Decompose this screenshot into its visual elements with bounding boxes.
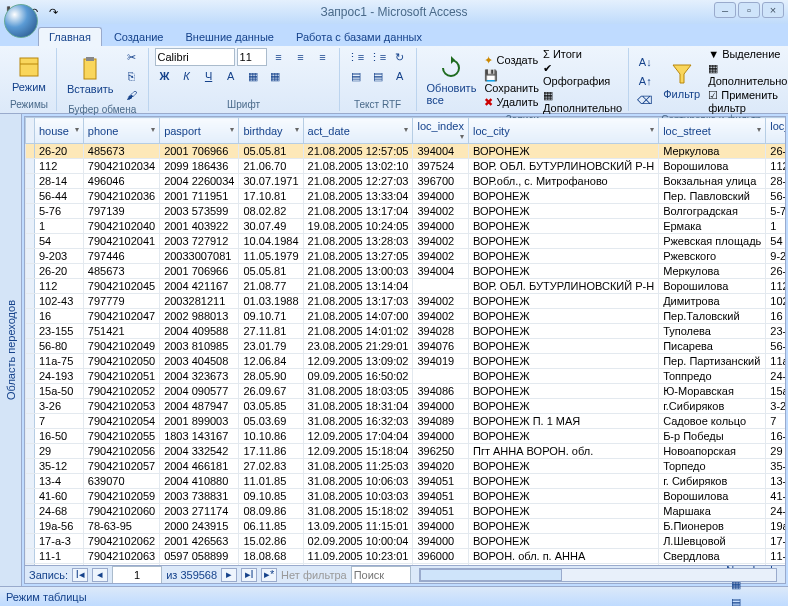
cell[interactable]: 56-80 bbox=[35, 339, 84, 354]
cell[interactable]: 21.08.2005 14:01:02 bbox=[303, 324, 413, 339]
cell[interactable]: 01.03.1988 bbox=[239, 294, 303, 309]
font-size-combo[interactable] bbox=[237, 48, 267, 66]
cell[interactable]: 31.08.2005 11:25:03 bbox=[303, 459, 413, 474]
nav-prev-icon[interactable]: ◂ bbox=[92, 568, 108, 582]
cell[interactable]: 112 bbox=[35, 159, 84, 174]
cell[interactable]: 19а-56 bbox=[35, 519, 84, 534]
cell[interactable]: 2004 466181 bbox=[160, 459, 239, 474]
cell[interactable]: 2001 403922 bbox=[160, 219, 239, 234]
cell[interactable]: 17-а-3 bbox=[766, 534, 785, 549]
table-row[interactable]: 11-1790421020630597 05889918.08.6811.09.… bbox=[26, 549, 786, 564]
cell[interactable]: 17.11.86 bbox=[239, 444, 303, 459]
nav-next-icon[interactable]: ▸ bbox=[221, 568, 237, 582]
minimize-button[interactable]: – bbox=[714, 2, 736, 18]
cell[interactable]: 394028 bbox=[413, 324, 468, 339]
cell[interactable]: ВОРОНЕЖ bbox=[468, 339, 658, 354]
cell[interactable]: 35-12 bbox=[35, 459, 84, 474]
table-row[interactable]: 7790421020542001 89900305.03.6931.08.200… bbox=[26, 414, 786, 429]
cell[interactable]: 21.08.2005 13:17:03 bbox=[303, 294, 413, 309]
cell[interactable]: 21.08.2005 13:02:10 bbox=[303, 159, 413, 174]
table-row[interactable]: 3-26790421020532004 48794703.05.8531.08.… bbox=[26, 399, 786, 414]
cell[interactable]: 28-14 bbox=[766, 174, 785, 189]
cell[interactable]: Торпедо bbox=[659, 459, 766, 474]
view-button[interactable]: Режим bbox=[8, 53, 50, 95]
cell[interactable]: 394000 bbox=[413, 534, 468, 549]
cell[interactable]: ВОР.обл., с. Митрофаново bbox=[468, 174, 658, 189]
cell[interactable]: 05.03.69 bbox=[239, 414, 303, 429]
column-header-loc_house[interactable]: loc_house▾ bbox=[766, 118, 785, 144]
cell[interactable]: Б-р Победы bbox=[659, 429, 766, 444]
cell[interactable]: 397524 bbox=[413, 159, 468, 174]
cell[interactable]: Волгоградская bbox=[659, 204, 766, 219]
cell[interactable]: 394000 bbox=[413, 219, 468, 234]
cell[interactable]: г.Сибиряков bbox=[659, 399, 766, 414]
cell[interactable]: 2004 409588 bbox=[160, 324, 239, 339]
table-row[interactable]: 112790421020452004 42116721.08.7721.08.2… bbox=[26, 279, 786, 294]
selection-filter-button[interactable]: ▼ Выделение bbox=[708, 48, 787, 60]
table-row[interactable]: 28-144960462004 226003430.07.197121.08.2… bbox=[26, 174, 786, 189]
cell[interactable]: 394051 bbox=[413, 489, 468, 504]
cell[interactable]: ВОРОНЕЖ bbox=[468, 429, 658, 444]
sort-desc-icon[interactable]: A↑ bbox=[635, 72, 655, 90]
cell[interactable]: ВОРОНЕЖ bbox=[468, 459, 658, 474]
cell[interactable]: 26-20 bbox=[766, 144, 785, 159]
cell[interactable]: Садовое кольцо bbox=[659, 414, 766, 429]
cell[interactable]: Маршака bbox=[659, 504, 766, 519]
cell[interactable]: 2003 271174 bbox=[160, 504, 239, 519]
cell[interactable]: 79042102053 bbox=[83, 399, 159, 414]
cell[interactable]: 2001 706966 bbox=[160, 264, 239, 279]
cell[interactable]: 21.08.2005 14:07:00 bbox=[303, 309, 413, 324]
cell[interactable]: 02.09.2005 10:00:04 bbox=[303, 534, 413, 549]
cell[interactable]: 394004 bbox=[413, 264, 468, 279]
cell[interactable]: Димитрова bbox=[659, 294, 766, 309]
cell[interactable]: 394002 bbox=[413, 204, 468, 219]
column-header-loc_index[interactable]: loc_index▾ bbox=[413, 118, 468, 144]
cell[interactable]: 639070 bbox=[83, 474, 159, 489]
nav-pane-collapsed[interactable]: Область переходов bbox=[0, 114, 22, 586]
cell[interactable]: 23.08.2005 21:29:01 bbox=[303, 339, 413, 354]
table-row[interactable]: 16-50790421020551803 14316710.10.8612.09… bbox=[26, 429, 786, 444]
cell[interactable]: 102-43 bbox=[766, 294, 785, 309]
cell[interactable]: 12.09.2005 15:18:04 bbox=[303, 444, 413, 459]
cell[interactable]: Туполева bbox=[659, 324, 766, 339]
cell[interactable] bbox=[413, 279, 468, 294]
filter-button[interactable]: Фильтр bbox=[659, 60, 704, 102]
cell[interactable]: 41-60 bbox=[35, 489, 84, 504]
cell[interactable]: 1803 143167 bbox=[160, 429, 239, 444]
cell[interactable]: 31.08.2005 15:18:02 bbox=[303, 504, 413, 519]
table-row[interactable]: 26-204856732001 70696605.05.8121.08.2005… bbox=[26, 144, 786, 159]
cell[interactable]: ВОРОНЕЖ bbox=[468, 189, 658, 204]
cell[interactable]: 16-50 bbox=[766, 429, 785, 444]
cell[interactable]: 5-76 bbox=[766, 204, 785, 219]
cell[interactable]: 18.08.68 bbox=[239, 549, 303, 564]
advanced-filter-button[interactable]: ▦ Дополнительно bbox=[708, 62, 787, 87]
cell[interactable]: 79042102051 bbox=[83, 369, 159, 384]
tab-external[interactable]: Внешние данные bbox=[176, 28, 284, 46]
table-row[interactable]: 56-80790421020492003 81098523.01.7923.08… bbox=[26, 339, 786, 354]
cell[interactable]: ВОРОНЕЖ bbox=[468, 474, 658, 489]
table-row[interactable]: 17-а-3790421020622001 42656315.02.8602.0… bbox=[26, 534, 786, 549]
align-right-icon[interactable]: ≡ bbox=[313, 48, 333, 66]
cell[interactable]: 11а-75 bbox=[35, 354, 84, 369]
cell[interactable]: 11а-75 bbox=[766, 354, 785, 369]
cell[interactable]: Пер. Павловский bbox=[659, 189, 766, 204]
column-header-house[interactable]: house▾ bbox=[35, 118, 84, 144]
italic-icon[interactable]: К bbox=[177, 67, 197, 85]
cell[interactable]: 30.07.49 bbox=[239, 219, 303, 234]
cell[interactable]: Пер.Таловский bbox=[659, 309, 766, 324]
cell[interactable]: 05.05.81 bbox=[239, 144, 303, 159]
tab-create[interactable]: Создание bbox=[104, 28, 174, 46]
table-row[interactable]: 29790421020562004 33254217.11.8612.09.20… bbox=[26, 444, 786, 459]
align-center-icon[interactable]: ≡ bbox=[291, 48, 311, 66]
table-row[interactable]: 23-1557514212004 40958827.11.8121.08.200… bbox=[26, 324, 786, 339]
cell[interactable]: 394000 bbox=[413, 429, 468, 444]
office-orb[interactable] bbox=[4, 4, 38, 38]
cell[interactable]: ВОР. ОБЛ. БУТУРЛИНОВСКИЙ Р-Н bbox=[468, 279, 658, 294]
column-header-pasport[interactable]: pasport▾ bbox=[160, 118, 239, 144]
gridlines-icon[interactable]: ▦ bbox=[265, 67, 285, 85]
horizontal-scrollbar[interactable] bbox=[419, 568, 777, 582]
cell[interactable]: 396700 bbox=[413, 174, 468, 189]
cell[interactable]: Б.Пионеров bbox=[659, 519, 766, 534]
cell[interactable]: 15.02.86 bbox=[239, 534, 303, 549]
nav-last-icon[interactable]: ▸I bbox=[241, 568, 257, 582]
